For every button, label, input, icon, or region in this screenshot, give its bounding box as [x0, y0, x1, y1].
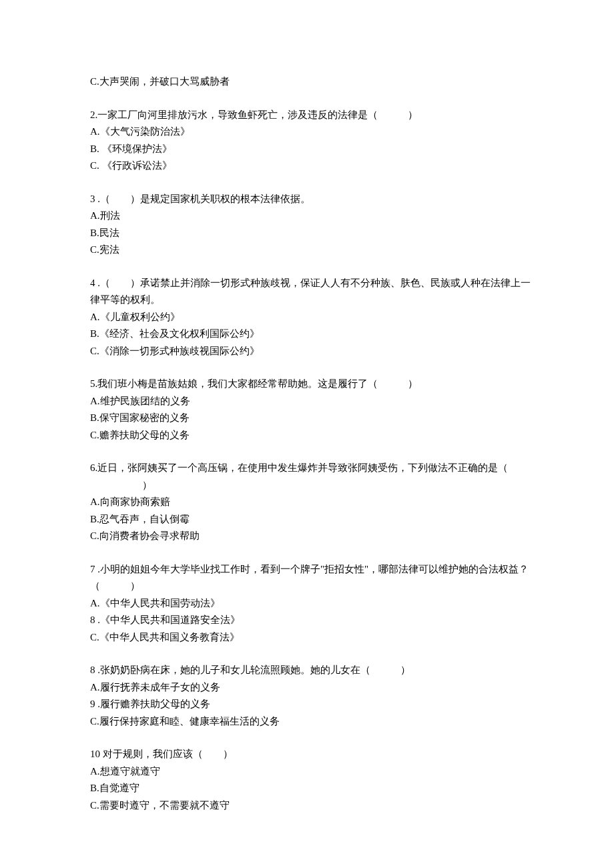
- question-stem: 5.我们班小梅是苗族姑娘，我们大家都经常帮助她。这是履行了（ ）: [90, 376, 531, 393]
- option-b: B.民法: [90, 225, 531, 242]
- document-page: C.大声哭闹，并破口大骂威胁者 2.一家工厂向河里排放污水，导致鱼虾死亡，涉及违…: [0, 0, 614, 868]
- question-3: 3 .（ ）是规定国家机关职权的根本法律依据。 A.刑法 B.民法 C.宪法: [90, 191, 531, 259]
- question-10: 10 对于规则，我们应该（ ） A.想遵守就遵守 B.自觉遵守 C.需要时遵守，…: [90, 746, 531, 814]
- option-b: B.保守国家秘密的义务: [90, 410, 531, 427]
- option-a: A.想遵守就遵守: [90, 763, 531, 781]
- option-c: C.赡养扶助父母的义务: [90, 427, 531, 444]
- option-a: A.刑法: [90, 207, 531, 225]
- question-6: 6.近日，张阿姨买了一个高压锅，在使用中发生爆炸并导致张阿姨受伤，下列做法不正确…: [90, 460, 531, 545]
- option-b: 9 .履行赡养扶助父母的义务: [90, 696, 531, 713]
- option-a: A.《大气污染防治法》: [90, 123, 531, 141]
- option-b: B.自觉遵守: [90, 780, 531, 797]
- option-c: C.《消除一切形式种族歧视国际公约》: [90, 343, 531, 360]
- option-c: C.向消费者协会寻求帮助: [90, 528, 531, 545]
- option-c: C.《中华人民共和国义务教育法》: [90, 629, 531, 646]
- option-b: B.忍气吞声，自认倒霉: [90, 511, 531, 528]
- option-b: 8 .《中华人民共和国道路安全法》: [90, 612, 531, 629]
- option-b: B. 《环境保护法》: [90, 141, 531, 158]
- question-4: 4 .（ ）承诺禁止并消除一切形式种族歧视，保证人人有不分种族、肤色、民族或人种…: [90, 275, 531, 360]
- question-stem: 6.近日，张阿姨买了一个高压锅，在使用中发生爆炸并导致张阿姨受伤，下列做法不正确…: [90, 460, 531, 477]
- option-c: C.宪法: [90, 242, 531, 259]
- option-b: B.《经济、社会及文化权利国际公约》: [90, 326, 531, 343]
- question-8: 8 .张奶奶卧病在床，她的儿子和女儿轮流照顾她。她的儿女在（ ） A.履行抚养未…: [90, 662, 531, 730]
- question-stem: 4 .（ ）承诺禁止并消除一切形式种族歧视，保证人人有不分种族、肤色、民族或人种…: [90, 275, 531, 309]
- top-fragment-block: C.大声哭闹，并破口大骂威胁者: [90, 73, 531, 91]
- question-stem: 2.一家工厂向河里排放污水，导致鱼虾死亡，涉及违反的法律是（ ）: [90, 107, 531, 124]
- question-stem-close: ）: [90, 477, 531, 494]
- question-7: 7 .小明的姐姐今年大学毕业找工作时，看到一个牌子"拒招女性"，哪部法律可以维护…: [90, 561, 531, 646]
- question-stem: 8 .张奶奶卧病在床，她的儿子和女儿轮流照顾她。她的儿女在（ ）: [90, 662, 531, 679]
- question-stem: 3 .（ ）是规定国家机关职权的根本法律依据。: [90, 191, 531, 208]
- question-stem: 7 .小明的姐姐今年大学毕业找工作时，看到一个牌子"拒招女性"，哪部法律可以维护…: [90, 561, 531, 595]
- option-c: C.履行保持家庭和睦、健康幸福生活的义务: [90, 713, 531, 731]
- option-a: A.《儿童权利公约》: [90, 309, 531, 326]
- option-a: A.履行抚养未成年子女的义务: [90, 679, 531, 697]
- option-a: A.《中华人民共和国劳动法》: [90, 595, 531, 612]
- option-c: C. 《行政诉讼法》: [90, 157, 531, 175]
- option-c: C.需要时遵守，不需要就不遵守: [90, 797, 531, 815]
- option-a: A.向商家协商索赔: [90, 494, 531, 511]
- question-5: 5.我们班小梅是苗族姑娘，我们大家都经常帮助她。这是履行了（ ） A.维护民族团…: [90, 376, 531, 444]
- question-stem: 10 对于规则，我们应该（ ）: [90, 746, 531, 763]
- option-a: A.维护民族团结的义务: [90, 393, 531, 410]
- question-2: 2.一家工厂向河里排放污水，导致鱼虾死亡，涉及违反的法律是（ ） A.《大气污染…: [90, 107, 531, 175]
- option-c-fragment: C.大声哭闹，并破口大骂威胁者: [90, 73, 531, 91]
